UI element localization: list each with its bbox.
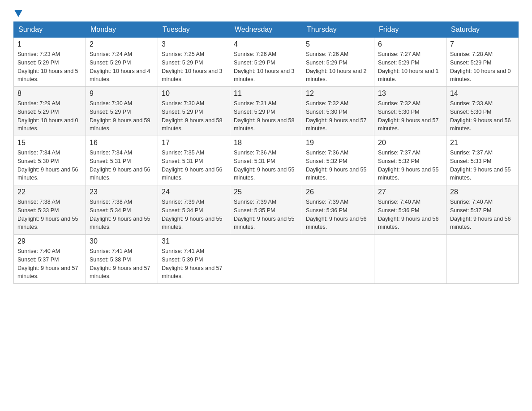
day-number: 1 <box>17 40 82 48</box>
day-number: 17 <box>162 139 226 147</box>
day-number: 19 <box>306 139 370 147</box>
calendar-week-row: 15 Sunrise: 7:34 AMSunset: 5:30 PMDaylig… <box>14 136 519 185</box>
day-info: Sunrise: 7:33 AMSunset: 5:30 PMDaylight:… <box>450 99 515 133</box>
day-number: 10 <box>162 90 226 98</box>
calendar-cell: 4 Sunrise: 7:26 AMSunset: 5:29 PMDayligh… <box>230 38 302 87</box>
calendar-cell: 1 Sunrise: 7:23 AMSunset: 5:29 PMDayligh… <box>14 38 86 87</box>
day-number: 6 <box>378 40 442 48</box>
day-number: 23 <box>90 188 154 196</box>
day-number: 18 <box>234 139 298 147</box>
calendar-week-row: 8 Sunrise: 7:29 AMSunset: 5:29 PMDayligh… <box>14 87 519 136</box>
day-info: Sunrise: 7:40 AMSunset: 5:36 PMDaylight:… <box>378 198 442 231</box>
day-number: 22 <box>17 188 82 196</box>
calendar-cell: 25 Sunrise: 7:39 AMSunset: 5:35 PMDaylig… <box>230 185 302 235</box>
calendar-cell: 7 Sunrise: 7:28 AMSunset: 5:29 PMDayligh… <box>446 38 519 87</box>
calendar-cell: 20 Sunrise: 7:37 AMSunset: 5:32 PMDaylig… <box>374 136 446 185</box>
header-tuesday: Tuesday <box>158 22 230 38</box>
page-header <box>13 9 519 17</box>
day-info: Sunrise: 7:39 AMSunset: 5:36 PMDaylight:… <box>306 198 370 231</box>
day-info: Sunrise: 7:28 AMSunset: 5:29 PMDaylight:… <box>450 50 515 84</box>
calendar-cell: 6 Sunrise: 7:27 AMSunset: 5:29 PMDayligh… <box>374 38 446 87</box>
day-number: 27 <box>378 188 442 196</box>
header-wednesday: Wednesday <box>230 22 302 38</box>
calendar-cell: 22 Sunrise: 7:38 AMSunset: 5:33 PMDaylig… <box>14 185 86 235</box>
day-info: Sunrise: 7:35 AMSunset: 5:31 PMDaylight:… <box>162 149 226 182</box>
calendar-week-row: 1 Sunrise: 7:23 AMSunset: 5:29 PMDayligh… <box>14 38 519 87</box>
day-info: Sunrise: 7:36 AMSunset: 5:32 PMDaylight:… <box>306 149 370 182</box>
day-number: 16 <box>90 139 154 147</box>
logo <box>13 9 22 17</box>
day-info: Sunrise: 7:40 AMSunset: 5:37 PMDaylight:… <box>17 247 82 281</box>
day-info: Sunrise: 7:36 AMSunset: 5:31 PMDaylight:… <box>234 149 298 182</box>
header-thursday: Thursday <box>302 22 374 38</box>
header-friday: Friday <box>374 22 446 38</box>
calendar-cell: 31 Sunrise: 7:41 AMSunset: 5:39 PMDaylig… <box>158 235 230 284</box>
day-number: 13 <box>378 90 442 98</box>
day-info: Sunrise: 7:23 AMSunset: 5:29 PMDaylight:… <box>17 50 82 84</box>
day-number: 7 <box>450 40 515 48</box>
calendar-cell: 18 Sunrise: 7:36 AMSunset: 5:31 PMDaylig… <box>230 136 302 185</box>
day-number: 20 <box>378 139 442 147</box>
day-number: 28 <box>450 188 515 196</box>
day-info: Sunrise: 7:30 AMSunset: 5:29 PMDaylight:… <box>90 99 154 133</box>
calendar-cell: 28 Sunrise: 7:40 AMSunset: 5:37 PMDaylig… <box>446 185 519 235</box>
day-info: Sunrise: 7:27 AMSunset: 5:29 PMDaylight:… <box>378 50 442 84</box>
calendar-cell: 2 Sunrise: 7:24 AMSunset: 5:29 PMDayligh… <box>86 38 158 87</box>
calendar-cell: 19 Sunrise: 7:36 AMSunset: 5:32 PMDaylig… <box>302 136 374 185</box>
day-number: 9 <box>90 90 154 98</box>
day-info: Sunrise: 7:24 AMSunset: 5:29 PMDaylight:… <box>90 50 154 84</box>
day-info: Sunrise: 7:31 AMSunset: 5:29 PMDaylight:… <box>234 99 298 133</box>
calendar-cell: 15 Sunrise: 7:34 AMSunset: 5:30 PMDaylig… <box>14 136 86 185</box>
calendar-cell <box>302 235 374 284</box>
calendar-cell: 30 Sunrise: 7:41 AMSunset: 5:38 PMDaylig… <box>86 235 158 284</box>
header-saturday: Saturday <box>446 22 519 38</box>
day-number: 29 <box>17 237 82 245</box>
calendar-cell: 11 Sunrise: 7:31 AMSunset: 5:29 PMDaylig… <box>230 87 302 136</box>
day-info: Sunrise: 7:25 AMSunset: 5:29 PMDaylight:… <box>162 50 226 84</box>
day-info: Sunrise: 7:29 AMSunset: 5:29 PMDaylight:… <box>17 99 82 133</box>
day-info: Sunrise: 7:32 AMSunset: 5:30 PMDaylight:… <box>378 99 442 133</box>
day-number: 31 <box>162 237 226 245</box>
day-info: Sunrise: 7:39 AMSunset: 5:34 PMDaylight:… <box>162 198 226 231</box>
day-info: Sunrise: 7:41 AMSunset: 5:39 PMDaylight:… <box>162 247 226 281</box>
calendar-cell: 10 Sunrise: 7:30 AMSunset: 5:29 PMDaylig… <box>158 87 230 136</box>
day-info: Sunrise: 7:37 AMSunset: 5:33 PMDaylight:… <box>450 149 515 182</box>
day-number: 25 <box>234 188 298 196</box>
day-number: 30 <box>90 237 154 245</box>
day-info: Sunrise: 7:39 AMSunset: 5:35 PMDaylight:… <box>234 198 298 231</box>
day-number: 12 <box>306 90 370 98</box>
day-number: 8 <box>17 90 82 98</box>
day-info: Sunrise: 7:34 AMSunset: 5:31 PMDaylight:… <box>90 149 154 182</box>
header-monday: Monday <box>86 22 158 38</box>
calendar-cell: 13 Sunrise: 7:32 AMSunset: 5:30 PMDaylig… <box>374 87 446 136</box>
day-info: Sunrise: 7:34 AMSunset: 5:30 PMDaylight:… <box>17 149 82 182</box>
calendar-cell: 8 Sunrise: 7:29 AMSunset: 5:29 PMDayligh… <box>14 87 86 136</box>
day-info: Sunrise: 7:32 AMSunset: 5:30 PMDaylight:… <box>306 99 370 133</box>
day-number: 11 <box>234 90 298 98</box>
calendar-cell: 21 Sunrise: 7:37 AMSunset: 5:33 PMDaylig… <box>446 136 519 185</box>
day-info: Sunrise: 7:38 AMSunset: 5:33 PMDaylight:… <box>17 198 82 231</box>
day-number: 5 <box>306 40 370 48</box>
calendar-week-row: 29 Sunrise: 7:40 AMSunset: 5:37 PMDaylig… <box>14 235 519 284</box>
day-info: Sunrise: 7:26 AMSunset: 5:29 PMDaylight:… <box>306 50 370 84</box>
calendar-cell: 27 Sunrise: 7:40 AMSunset: 5:36 PMDaylig… <box>374 185 446 235</box>
calendar-header-row: SundayMondayTuesdayWednesdayThursdayFrid… <box>14 22 519 38</box>
day-number: 24 <box>162 188 226 196</box>
calendar-cell: 26 Sunrise: 7:39 AMSunset: 5:36 PMDaylig… <box>302 185 374 235</box>
calendar-cell: 23 Sunrise: 7:38 AMSunset: 5:34 PMDaylig… <box>86 185 158 235</box>
calendar-table: SundayMondayTuesdayWednesdayThursdayFrid… <box>13 21 519 284</box>
calendar-cell: 24 Sunrise: 7:39 AMSunset: 5:34 PMDaylig… <box>158 185 230 235</box>
calendar-cell <box>446 235 519 284</box>
calendar-cell <box>230 235 302 284</box>
day-info: Sunrise: 7:30 AMSunset: 5:29 PMDaylight:… <box>162 99 226 133</box>
day-number: 14 <box>450 90 515 98</box>
calendar-cell: 3 Sunrise: 7:25 AMSunset: 5:29 PMDayligh… <box>158 38 230 87</box>
day-number: 21 <box>450 139 515 147</box>
day-number: 4 <box>234 40 298 48</box>
day-info: Sunrise: 7:37 AMSunset: 5:32 PMDaylight:… <box>378 149 442 182</box>
day-info: Sunrise: 7:26 AMSunset: 5:29 PMDaylight:… <box>234 50 298 84</box>
calendar-cell: 12 Sunrise: 7:32 AMSunset: 5:30 PMDaylig… <box>302 87 374 136</box>
day-info: Sunrise: 7:40 AMSunset: 5:37 PMDaylight:… <box>450 198 515 231</box>
calendar-cell <box>374 235 446 284</box>
header-sunday: Sunday <box>14 22 86 38</box>
